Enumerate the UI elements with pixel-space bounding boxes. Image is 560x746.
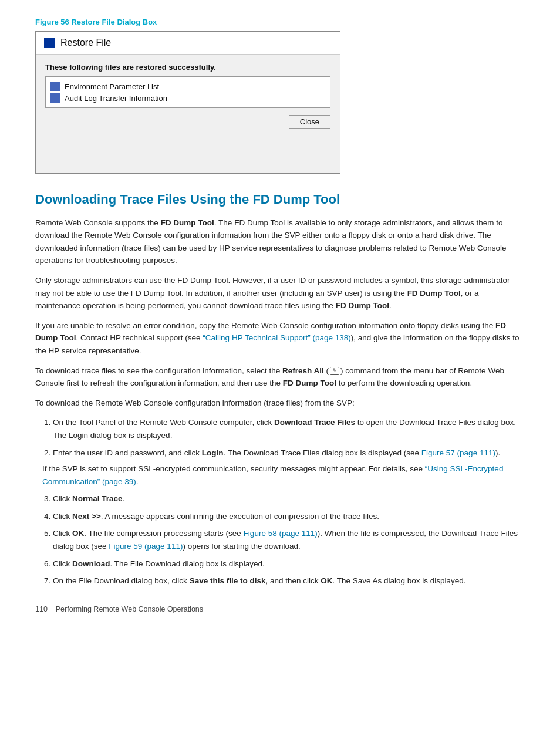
dialog-titlebar: Restore File — [36, 32, 340, 55]
list-item: On the Tool Panel of the Remote Web Cons… — [53, 416, 525, 441]
ssl-link[interactable]: “Using SSL-Encrypted Communication” (pag… — [42, 464, 503, 486]
bold-download-trace: Download Trace Files — [274, 418, 355, 427]
file-name-2: Audit Log Transfer Information — [65, 94, 167, 103]
list-item: On the File Download dialog box, click S… — [53, 575, 525, 588]
bold-fd-dump-3: FD Dump Tool — [336, 301, 389, 310]
paragraph-2: Only storage administrators can use the … — [35, 274, 525, 312]
bold-refresh-all: Refresh All — [282, 366, 324, 375]
list-item: Click OK. The file compression processin… — [53, 527, 525, 552]
footer-text: Performing Remote Web Console Operations — [56, 605, 203, 613]
list-item: Click Next >>. A message appears confirm… — [53, 510, 525, 523]
svg-rect-2 — [52, 86, 57, 87]
bold-fd-dump-2: FD Dump Tool — [407, 289, 461, 298]
figure-57-link[interactable]: Figure 57 (page 111) — [421, 448, 495, 457]
step-2-subtext: If the SVP is set to support SSL-encrypt… — [42, 463, 525, 488]
svg-rect-5 — [52, 96, 58, 97]
dialog-body: These following files are restored succe… — [36, 55, 340, 173]
bold-fd-dump-5: FD Dump Tool — [283, 379, 336, 387]
svg-rect-0 — [51, 82, 59, 90]
dialog-empty-space — [45, 129, 330, 164]
page-number: 110 — [35, 605, 48, 613]
list-item: Enter the user ID and password, and clic… — [53, 447, 525, 488]
page-footer: 110 Performing Remote Web Console Operat… — [35, 605, 525, 613]
file-icon-1 — [50, 82, 60, 91]
file-icon-2 — [50, 93, 60, 103]
restore-file-icon — [44, 38, 55, 48]
paragraph-3: If you are unable to resolve an error co… — [35, 319, 525, 357]
refresh-all-icon: ↻ — [330, 367, 339, 375]
paragraph-4: To download trace files to see the confi… — [35, 364, 525, 390]
figure-59-link[interactable]: Figure 59 (page 111) — [109, 542, 183, 551]
figure-caption: Figure 56 Restore File Dialog Box — [35, 18, 525, 26]
section-heading: Downloading Trace Files Using the FD Dum… — [35, 191, 525, 208]
dialog-title: Restore File — [60, 38, 111, 48]
bold-normal-trace: Normal Trace — [72, 494, 123, 503]
bold-save-file: Save this file to disk — [190, 576, 266, 585]
file-name-1: Environment Parameter List — [65, 82, 159, 91]
svg-rect-1 — [52, 85, 58, 86]
bold-fd-dump-1: FD Dump Tool — [161, 218, 214, 227]
list-item: Environment Parameter List — [50, 80, 325, 92]
dialog-subtitle: These following files are restored succe… — [45, 63, 330, 72]
dialog-files-list: Environment Parameter List Audit Log Tra… — [45, 76, 330, 108]
list-item: Click Download. The File Download dialog… — [53, 558, 525, 571]
figure-58-link[interactable]: Figure 58 (page 111) — [244, 529, 318, 538]
list-item: Audit Log Transfer Information — [50, 92, 325, 104]
bold-ok-2: OK — [321, 576, 332, 585]
calling-hp-link[interactable]: “Calling HP Technical Support” (page 138… — [203, 333, 350, 342]
paragraph-1: Remote Web Console supports the FD Dump … — [35, 217, 525, 267]
bold-download: Download — [72, 559, 110, 568]
svg-rect-6 — [52, 98, 57, 99]
svg-rect-3 — [52, 88, 56, 89]
dialog-close-row: Close — [45, 115, 330, 129]
bold-next: Next >> — [72, 512, 101, 521]
bold-login: Login — [202, 448, 224, 457]
steps-list: On the Tool Panel of the Remote Web Cons… — [53, 416, 525, 588]
svg-rect-4 — [51, 94, 59, 102]
paragraph-5: To download the Remote Web Console confi… — [35, 397, 525, 410]
svg-rect-7 — [52, 100, 56, 101]
restore-file-dialog: Restore File These following files are r… — [35, 31, 340, 174]
list-item: Click Normal Trace. — [53, 492, 525, 505]
bold-ok-1: OK — [72, 529, 84, 538]
close-button[interactable]: Close — [289, 115, 330, 129]
